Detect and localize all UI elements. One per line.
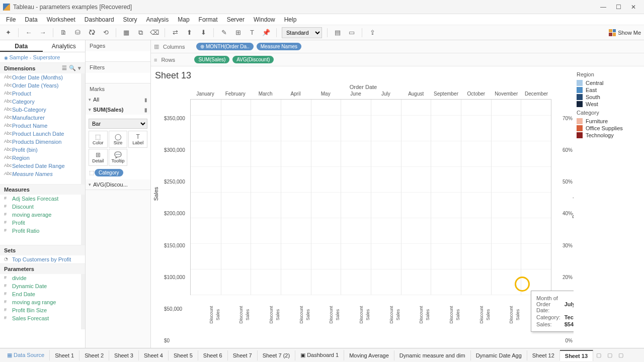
share-icon[interactable]: ⇪ [367, 28, 377, 38]
color-button[interactable]: ⬚Color [89, 131, 108, 148]
legend-item-technology[interactable]: Technology [577, 132, 641, 139]
fit-select[interactable]: Standard [282, 27, 322, 38]
sheet-tab-dynamic-measure-and-dim[interactable]: Dynamic measure and dim [394, 350, 471, 360]
detail-button[interactable]: ⊞Detail [89, 149, 108, 166]
sort-desc-icon[interactable]: ⬇ [198, 28, 208, 38]
pill-measure-names[interactable]: Measure Names [257, 43, 301, 50]
sheet-title[interactable]: Sheet 13 [155, 70, 572, 81]
sort-asc-icon[interactable]: ⬆ [184, 28, 194, 38]
close-button[interactable]: ✕ [626, 4, 641, 11]
legend-item-west[interactable]: West [577, 101, 641, 108]
find-icon[interactable]: 🔍 [69, 65, 76, 71]
presentation-icon[interactable]: ▭ [347, 28, 357, 38]
field-moving-average[interactable]: moving average [0, 211, 85, 219]
highlight-icon[interactable]: ✎ [219, 28, 229, 38]
menu-worksheet[interactable]: Worksheet [43, 15, 79, 24]
marks-sumsales-row[interactable]: ▾SUM(Sales)▮ [86, 105, 150, 115]
minimize-button[interactable]: — [596, 4, 611, 11]
menu-analysis[interactable]: Analysis [142, 15, 173, 24]
cards-icon[interactable]: ▤ [333, 28, 343, 38]
sheet-tab-dashboard-1[interactable]: ▣ Dashboard 1 [295, 350, 344, 360]
filters-shelf[interactable]: Filters [86, 62, 150, 73]
menu-server[interactable]: Server [223, 15, 249, 24]
marks-all-row[interactable]: ▾All▮ [86, 95, 150, 105]
maximize-button[interactable]: ☐ [611, 4, 626, 11]
menu-story[interactable]: Story [119, 15, 141, 24]
pages-shelf[interactable]: Pages [86, 40, 150, 51]
sheet-tab-sheet-13[interactable]: Sheet 13 [560, 350, 593, 361]
rows-shelf[interactable]: ≡ Rows SUM(Sales) AVG(Discount) [151, 53, 644, 66]
clear-sheet-icon[interactable]: ⌫ [149, 28, 159, 38]
analytics-tab[interactable]: Analytics [43, 40, 86, 52]
menu-file[interactable]: File [2, 15, 20, 24]
field-product-name[interactable]: Product Name [0, 122, 85, 130]
menu-help[interactable]: Help [280, 15, 301, 24]
field-product-launch-date[interactable]: Product Launch Date [0, 130, 85, 138]
back-button[interactable]: ← [24, 28, 34, 38]
tableau-icon[interactable]: ✦ [3, 28, 13, 38]
sheet-tab-sheet-3[interactable]: Sheet 3 [109, 350, 139, 360]
menu-window[interactable]: Window [250, 15, 279, 24]
sheet-tab-sheet-7-2-[interactable]: Sheet 7 (2) [258, 350, 295, 360]
field-product[interactable]: Product [0, 89, 85, 98]
tooltip-button[interactable]: 💬Tooltip [109, 149, 128, 166]
field-profit-bin-[interactable]: Profit (bin) [0, 146, 85, 154]
field-profit-ratio[interactable]: Profit Ratio [0, 227, 85, 235]
save-button[interactable]: 🗎 [58, 28, 68, 38]
menu-format[interactable]: Format [195, 15, 222, 24]
field-dynamic-date[interactable]: Dynamic Date [0, 282, 85, 290]
new-dashboard-icon[interactable]: ▢ [604, 350, 615, 360]
duplicate-sheet-icon[interactable]: ⧉ [135, 28, 145, 38]
menu-data[interactable]: Data [21, 15, 41, 24]
field-products-dimension[interactable]: Products Dimension [0, 138, 85, 146]
field-order-date-years-[interactable]: Order Date (Years) [0, 81, 85, 89]
menu-icon[interactable]: ▾ [78, 65, 81, 71]
legend-item-central[interactable]: Central [577, 79, 641, 86]
sheet-tab-sheet-4[interactable]: Sheet 4 [139, 350, 169, 360]
pill-avg-discount[interactable]: AVG(Discount) [232, 56, 274, 63]
field-order-date-months-[interactable]: Order Date (Months) [0, 73, 85, 81]
field-measure-names[interactable]: Measure Names [0, 170, 85, 178]
group-icon[interactable]: ⊞ [233, 28, 243, 38]
sheet-tab-sheet-7[interactable]: Sheet 7 [228, 350, 258, 360]
show-me-button[interactable]: Show Me [609, 29, 641, 36]
marks-avgdiscount-row[interactable]: ▾AVG(Discou... [86, 179, 150, 190]
field-divide[interactable]: divide [0, 274, 85, 282]
field-adj-sales-forecast[interactable]: Adj Sales Forecast [0, 195, 85, 203]
new-story-icon[interactable]: ▢ [615, 350, 626, 360]
field-discount[interactable]: Discount [0, 203, 85, 211]
sheet-tab-moving-average[interactable]: Moving Average [344, 350, 394, 360]
search-icon[interactable]: ☰ [62, 65, 67, 71]
mark-type-select[interactable]: Bar [89, 119, 147, 129]
menu-map[interactable]: Map [174, 15, 193, 24]
menu-dashboard[interactable]: Dashboard [80, 15, 118, 24]
new-datasource-button[interactable]: ⛁ [72, 28, 83, 38]
sheet-tab-sheet-2[interactable]: Sheet 2 [79, 350, 109, 360]
labels-icon[interactable]: T [247, 28, 257, 38]
field-selected-date-range[interactable]: Selected Date Range [0, 162, 85, 170]
columns-shelf[interactable]: ▥ Columns ⊕ MONTH(Order Da.. Measure Nam… [151, 40, 644, 53]
pill-sum-sales[interactable]: SUM(Sales) [194, 56, 229, 63]
field-profit[interactable]: Profit [0, 219, 85, 227]
datasource-item[interactable]: Sample - Superstore [0, 52, 85, 62]
sheet-tab-sheet-5[interactable]: Sheet 5 [169, 350, 198, 360]
refresh-button[interactable]: 🗘 [87, 28, 97, 38]
legend-item-south[interactable]: South [577, 94, 641, 101]
new-sheet-icon[interactable]: ▦ [121, 28, 131, 38]
size-button[interactable]: ◯Size [109, 131, 128, 148]
color-pill-category[interactable]: Category [95, 169, 123, 176]
field-top-customers-by-profit[interactable]: Top Customers by Profit [0, 255, 85, 263]
field-profit-bin-size[interactable]: Profit Bin Size [0, 306, 85, 314]
pill-month-orderdate[interactable]: ⊕ MONTH(Order Da.. [196, 43, 254, 50]
label-button[interactable]: TLabel [128, 131, 147, 148]
undo-button[interactable]: ⟲ [101, 28, 111, 38]
legend-item-east[interactable]: East [577, 86, 641, 94]
field-sub-category[interactable]: Sub-Category [0, 106, 85, 114]
swap-icon[interactable]: ⇄ [170, 28, 180, 38]
field-moving-avg-range[interactable]: moving avg range [0, 298, 85, 306]
sheet-tab-sheet-12[interactable]: Sheet 12 [527, 350, 560, 360]
pin-icon[interactable]: 📌 [261, 28, 271, 38]
legend-item-furniture[interactable]: Furniture [577, 118, 641, 125]
sheet-tab-sheet-6[interactable]: Sheet 6 [198, 350, 228, 360]
forward-button[interactable]: → [38, 28, 48, 38]
